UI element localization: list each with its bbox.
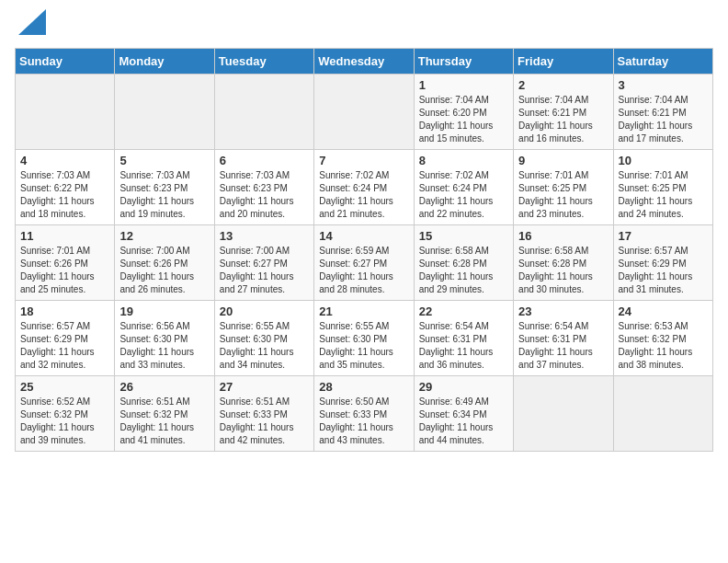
calendar-cell: 3Sunrise: 7:04 AM Sunset: 6:21 PM Daylig…	[613, 75, 712, 150]
day-number: 28	[319, 380, 408, 394]
calendar-cell: 18Sunrise: 6:57 AM Sunset: 6:29 PM Dayli…	[16, 301, 115, 376]
weekday-header-saturday: Saturday	[613, 49, 712, 75]
calendar-cell	[514, 376, 613, 452]
day-info: Sunrise: 7:00 AM Sunset: 6:26 PM Dayligh…	[119, 245, 209, 296]
calendar-cell: 19Sunrise: 6:56 AM Sunset: 6:30 PM Dayli…	[115, 301, 214, 376]
day-number: 6	[220, 154, 309, 167]
day-info: Sunrise: 6:49 AM Sunset: 6:34 PM Dayligh…	[419, 396, 508, 447]
calendar-cell: 20Sunrise: 6:55 AM Sunset: 6:30 PM Dayli…	[214, 301, 313, 376]
day-info: Sunrise: 6:58 AM Sunset: 6:28 PM Dayligh…	[419, 245, 508, 296]
weekday-header-friday: Friday	[514, 49, 613, 75]
calendar-cell: 6Sunrise: 7:03 AM Sunset: 6:23 PM Daylig…	[214, 150, 313, 225]
day-number: 5	[119, 154, 209, 167]
calendar-cell: 14Sunrise: 6:59 AM Sunset: 6:27 PM Dayli…	[314, 225, 414, 301]
logo	[15, 15, 46, 37]
calendar-cell: 15Sunrise: 6:58 AM Sunset: 6:28 PM Dayli…	[414, 225, 513, 301]
day-info: Sunrise: 7:02 AM Sunset: 6:24 PM Dayligh…	[419, 169, 508, 221]
day-number: 1	[419, 78, 508, 92]
day-number: 27	[220, 380, 309, 394]
weekday-header-tuesday: Tuesday	[214, 49, 313, 75]
day-info: Sunrise: 6:53 AM Sunset: 6:32 PM Dayligh…	[619, 320, 708, 372]
day-number: 4	[20, 154, 109, 167]
calendar-week-row: 1Sunrise: 7:04 AM Sunset: 6:20 PM Daylig…	[16, 75, 713, 150]
calendar-cell: 13Sunrise: 7:00 AM Sunset: 6:27 PM Dayli…	[214, 225, 313, 301]
day-info: Sunrise: 7:03 AM Sunset: 6:23 PM Dayligh…	[119, 169, 209, 221]
day-info: Sunrise: 6:54 AM Sunset: 6:31 PM Dayligh…	[419, 320, 508, 372]
day-number: 29	[419, 380, 508, 394]
day-number: 10	[619, 154, 708, 167]
calendar-cell	[115, 75, 214, 150]
day-info: Sunrise: 6:50 AM Sunset: 6:33 PM Dayligh…	[319, 396, 408, 447]
day-info: Sunrise: 6:59 AM Sunset: 6:27 PM Dayligh…	[319, 245, 408, 296]
day-number: 11	[20, 229, 109, 243]
calendar-cell	[214, 75, 313, 150]
svg-marker-0	[18, 9, 46, 35]
day-number: 21	[319, 304, 408, 318]
weekday-header-wednesday: Wednesday	[314, 49, 414, 75]
day-number: 8	[419, 154, 508, 167]
day-info: Sunrise: 7:04 AM Sunset: 6:21 PM Dayligh…	[518, 94, 608, 145]
calendar-cell: 10Sunrise: 7:01 AM Sunset: 6:25 PM Dayli…	[613, 150, 712, 225]
day-info: Sunrise: 6:57 AM Sunset: 6:29 PM Dayligh…	[20, 320, 109, 372]
calendar-cell: 28Sunrise: 6:50 AM Sunset: 6:33 PM Dayli…	[314, 376, 414, 452]
day-number: 13	[220, 229, 309, 243]
day-info: Sunrise: 7:00 AM Sunset: 6:27 PM Dayligh…	[220, 245, 309, 296]
day-info: Sunrise: 6:55 AM Sunset: 6:30 PM Dayligh…	[220, 320, 309, 372]
logo-icon	[18, 9, 46, 35]
day-info: Sunrise: 7:01 AM Sunset: 6:26 PM Dayligh…	[20, 245, 109, 296]
day-info: Sunrise: 7:01 AM Sunset: 6:25 PM Dayligh…	[619, 169, 708, 221]
day-number: 16	[518, 229, 608, 243]
day-info: Sunrise: 7:04 AM Sunset: 6:20 PM Dayligh…	[419, 94, 508, 145]
calendar-cell: 22Sunrise: 6:54 AM Sunset: 6:31 PM Dayli…	[414, 301, 513, 376]
calendar-cell: 4Sunrise: 7:03 AM Sunset: 6:22 PM Daylig…	[16, 150, 115, 225]
day-number: 20	[220, 304, 309, 318]
calendar-week-row: 25Sunrise: 6:52 AM Sunset: 6:32 PM Dayli…	[16, 376, 713, 452]
calendar-cell: 21Sunrise: 6:55 AM Sunset: 6:30 PM Dayli…	[314, 301, 414, 376]
page-header	[15, 15, 713, 37]
day-number: 3	[619, 78, 708, 92]
day-number: 12	[119, 229, 209, 243]
day-info: Sunrise: 6:51 AM Sunset: 6:32 PM Dayligh…	[119, 396, 209, 447]
calendar-week-row: 18Sunrise: 6:57 AM Sunset: 6:29 PM Dayli…	[16, 301, 713, 376]
day-number: 19	[119, 304, 209, 318]
day-number: 7	[319, 154, 408, 167]
calendar-cell: 24Sunrise: 6:53 AM Sunset: 6:32 PM Dayli…	[613, 301, 712, 376]
day-info: Sunrise: 6:51 AM Sunset: 6:33 PM Dayligh…	[220, 396, 309, 447]
weekday-header-sunday: Sunday	[16, 49, 115, 75]
calendar-cell: 26Sunrise: 6:51 AM Sunset: 6:32 PM Dayli…	[115, 376, 214, 452]
weekday-header-thursday: Thursday	[414, 49, 513, 75]
calendar-cell: 12Sunrise: 7:00 AM Sunset: 6:26 PM Dayli…	[115, 225, 214, 301]
day-info: Sunrise: 7:04 AM Sunset: 6:21 PM Dayligh…	[619, 94, 708, 145]
day-info: Sunrise: 7:02 AM Sunset: 6:24 PM Dayligh…	[319, 169, 408, 221]
day-number: 23	[518, 304, 608, 318]
calendar-header-row: SundayMondayTuesdayWednesdayThursdayFrid…	[16, 49, 713, 75]
day-info: Sunrise: 6:56 AM Sunset: 6:30 PM Dayligh…	[119, 320, 209, 372]
calendar-cell: 9Sunrise: 7:01 AM Sunset: 6:25 PM Daylig…	[514, 150, 613, 225]
day-info: Sunrise: 7:01 AM Sunset: 6:25 PM Dayligh…	[518, 169, 608, 221]
calendar-cell: 2Sunrise: 7:04 AM Sunset: 6:21 PM Daylig…	[514, 75, 613, 150]
calendar-cell: 8Sunrise: 7:02 AM Sunset: 6:24 PM Daylig…	[414, 150, 513, 225]
day-number: 22	[419, 304, 508, 318]
calendar-week-row: 4Sunrise: 7:03 AM Sunset: 6:22 PM Daylig…	[16, 150, 713, 225]
day-info: Sunrise: 6:54 AM Sunset: 6:31 PM Dayligh…	[518, 320, 608, 372]
calendar-cell: 7Sunrise: 7:02 AM Sunset: 6:24 PM Daylig…	[314, 150, 414, 225]
calendar-cell	[16, 75, 115, 150]
day-info: Sunrise: 6:58 AM Sunset: 6:28 PM Dayligh…	[518, 245, 608, 296]
day-info: Sunrise: 7:03 AM Sunset: 6:23 PM Dayligh…	[220, 169, 309, 221]
calendar-table: SundayMondayTuesdayWednesdayThursdayFrid…	[15, 48, 713, 452]
day-number: 26	[119, 380, 209, 394]
calendar-cell: 17Sunrise: 6:57 AM Sunset: 6:29 PM Dayli…	[613, 225, 712, 301]
weekday-header-monday: Monday	[115, 49, 214, 75]
calendar-cell: 5Sunrise: 7:03 AM Sunset: 6:23 PM Daylig…	[115, 150, 214, 225]
calendar-week-row: 11Sunrise: 7:01 AM Sunset: 6:26 PM Dayli…	[16, 225, 713, 301]
calendar-cell: 23Sunrise: 6:54 AM Sunset: 6:31 PM Dayli…	[514, 301, 613, 376]
calendar-cell	[314, 75, 414, 150]
calendar-cell: 1Sunrise: 7:04 AM Sunset: 6:20 PM Daylig…	[414, 75, 513, 150]
day-number: 14	[319, 229, 408, 243]
calendar-cell: 11Sunrise: 7:01 AM Sunset: 6:26 PM Dayli…	[16, 225, 115, 301]
calendar-cell: 29Sunrise: 6:49 AM Sunset: 6:34 PM Dayli…	[414, 376, 513, 452]
day-info: Sunrise: 7:03 AM Sunset: 6:22 PM Dayligh…	[20, 169, 109, 221]
day-number: 24	[619, 304, 708, 318]
day-number: 9	[518, 154, 608, 167]
day-number: 18	[20, 304, 109, 318]
